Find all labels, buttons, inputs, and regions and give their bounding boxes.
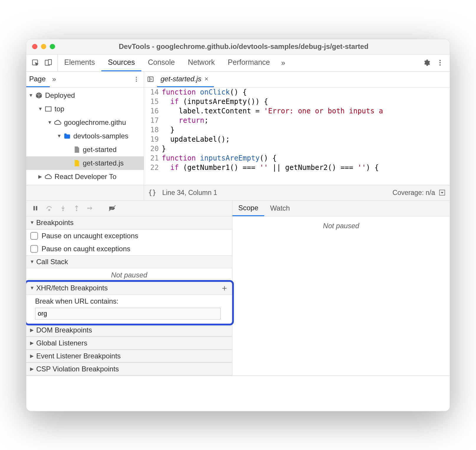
device-toggle-icon[interactable] <box>44 59 52 67</box>
section-call-stack[interactable]: ▼ Call Stack <box>26 255 232 268</box>
step-out-icon[interactable] <box>73 205 80 211</box>
close-tab-icon[interactable]: × <box>204 75 209 83</box>
xhr-prompt-label: Break when URL contains: <box>35 297 228 305</box>
settings-icon[interactable] <box>423 59 430 67</box>
coverage-status: Coverage: n/a <box>393 189 435 197</box>
tree-row-domain[interactable]: ▼ googlechrome.githu <box>26 116 144 129</box>
section-csp-breakpoints[interactable]: ▶ CSP Violation Breakpoints <box>26 363 232 375</box>
pause-uncaught-checkbox[interactable]: Pause on uncaught exceptions <box>26 229 232 242</box>
svg-rect-13 <box>36 206 37 211</box>
code-line[interactable]: 19 updateLabel(); <box>144 135 450 144</box>
coverage-dropdown-icon[interactable] <box>439 189 446 196</box>
call-stack-empty: Not paused <box>26 268 232 282</box>
line-number[interactable]: 18 <box>144 125 162 135</box>
line-number[interactable]: 16 <box>144 106 162 116</box>
section-title: Call Stack <box>36 258 68 266</box>
tree-row-folder[interactable]: ▼ devtools-samples <box>26 129 144 143</box>
kebab-menu-icon[interactable] <box>436 59 444 67</box>
svg-point-16 <box>76 210 77 211</box>
svg-point-8 <box>136 81 137 82</box>
code-line[interactable]: 21function inputsAreEmpty() { <box>144 153 450 163</box>
line-number[interactable]: 19 <box>144 135 162 144</box>
tree-row-file-js[interactable]: get-started.js <box>26 156 144 170</box>
deactivate-breakpoints-icon[interactable] <box>108 205 116 212</box>
line-number[interactable]: 20 <box>144 144 162 153</box>
line-number[interactable]: 15 <box>144 97 162 106</box>
zoom-window-icon[interactable] <box>50 44 55 49</box>
code-line[interactable]: 14function onClick() { <box>144 87 450 97</box>
line-number[interactable]: 22 <box>144 163 162 172</box>
svg-rect-2 <box>48 59 52 64</box>
svg-point-7 <box>136 79 137 80</box>
step-over-icon[interactable] <box>46 205 53 212</box>
svg-point-14 <box>49 209 50 211</box>
step-into-icon[interactable] <box>60 205 66 211</box>
tabs-overflow[interactable]: » <box>276 54 290 71</box>
editor-statusbar: {} Line 34, Column 1 Coverage: n/a <box>26 185 450 201</box>
navigator-tab-page[interactable]: Page <box>26 72 50 87</box>
navigator-menu-icon[interactable] <box>129 72 144 87</box>
pause-icon[interactable] <box>32 205 39 211</box>
tree-row-top[interactable]: ▼ top <box>26 102 144 116</box>
line-number[interactable]: 17 <box>144 116 162 125</box>
svg-rect-10 <box>45 107 51 111</box>
minimize-window-icon[interactable] <box>41 44 46 49</box>
checkbox-icon[interactable] <box>30 232 38 240</box>
editor-tab-label: get-started.js <box>161 75 201 83</box>
svg-point-5 <box>439 64 441 65</box>
section-xhr-breakpoints[interactable]: ▼ XHR/fetch Breakpoints ＋ <box>26 282 232 295</box>
tab-scope[interactable]: Scope <box>232 201 264 216</box>
add-xhr-breakpoint-icon[interactable]: ＋ <box>220 282 229 294</box>
code-line[interactable]: 17 return; <box>144 116 450 125</box>
code-line[interactable]: 22 if (getNumber1() === '' || getNumber2… <box>144 163 450 172</box>
svg-rect-9 <box>148 77 153 82</box>
tree-row-file-html[interactable]: get-started <box>26 143 144 156</box>
section-title: Breakpoints <box>36 219 74 227</box>
devtools-tabbar: Elements Sources Console Network Perform… <box>26 54 450 72</box>
checkbox-icon[interactable] <box>30 245 38 253</box>
tab-console[interactable]: Console <box>141 54 181 71</box>
pretty-print-icon[interactable]: {} <box>148 189 156 196</box>
tree-label: get-started.js <box>83 159 124 167</box>
close-window-icon[interactable] <box>32 44 37 49</box>
inspect-icon[interactable] <box>32 59 39 67</box>
code-line[interactable]: 15 if (inputsAreEmpty()) { <box>144 97 450 106</box>
xhr-url-input[interactable] <box>35 308 221 320</box>
svg-point-3 <box>439 60 441 61</box>
tab-performance[interactable]: Performance <box>221 54 276 71</box>
code-line[interactable]: 20} <box>144 144 450 153</box>
tree-row-deployed[interactable]: ▼ Deployed <box>26 89 144 102</box>
tree-label: devtools-samples <box>73 132 128 140</box>
tree-label: top <box>54 105 64 113</box>
svg-point-15 <box>62 210 64 211</box>
file-js-icon <box>73 159 80 167</box>
code-text: if (inputsAreEmpty()) { <box>162 97 450 106</box>
code-line[interactable]: 18 } <box>144 125 450 135</box>
code-text: } <box>162 125 450 135</box>
line-number[interactable]: 21 <box>144 153 162 163</box>
step-icon[interactable] <box>87 205 94 211</box>
cloud-icon <box>54 119 62 126</box>
editor-tab-get-started-js[interactable]: get-started.js × <box>157 72 214 87</box>
tab-network[interactable]: Network <box>181 54 222 71</box>
checkbox-label: Pause on caught exceptions <box>42 245 130 253</box>
tab-elements[interactable]: Elements <box>58 54 101 71</box>
tree-label: get-started <box>83 145 117 154</box>
code-line[interactable]: 16 label.textContent = 'Error: one or bo… <box>144 106 450 116</box>
toggle-navigator-icon[interactable] <box>144 72 157 87</box>
navigator-overflow[interactable]: » <box>50 72 58 87</box>
code-text: return; <box>162 116 450 125</box>
tab-sources[interactable]: Sources <box>101 54 141 71</box>
code-text: updateLabel(); <box>162 135 450 144</box>
cloud-icon <box>44 173 52 181</box>
section-title: XHR/fetch Breakpoints <box>36 284 108 292</box>
pause-caught-checkbox[interactable]: Pause on caught exceptions <box>26 242 232 255</box>
section-global-listeners[interactable]: ▶ Global Listeners <box>26 337 232 350</box>
section-breakpoints[interactable]: ▼ Breakpoints <box>26 216 232 229</box>
line-number[interactable]: 14 <box>144 87 162 97</box>
tab-watch[interactable]: Watch <box>264 201 296 216</box>
tree-row-react-devtools[interactable]: ▶ React Developer To <box>26 170 144 183</box>
section-event-listener-breakpoints[interactable]: ▶ Event Listener Breakpoints <box>26 350 232 363</box>
code-editor[interactable]: 14function onClick() {15 if (inputsAreEm… <box>144 87 450 185</box>
section-dom-breakpoints[interactable]: ▶ DOM Breakpoints <box>26 324 232 337</box>
